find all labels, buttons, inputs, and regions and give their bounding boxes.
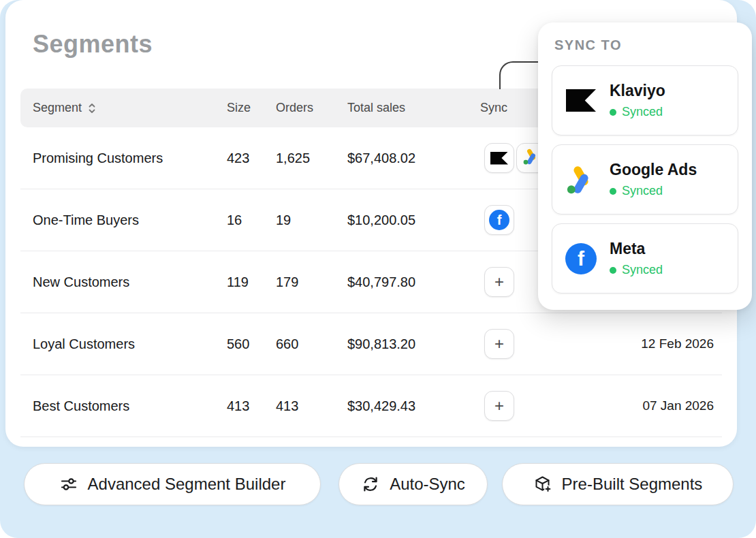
advanced-segment-builder-label: Advanced Segment Builder [88,475,286,494]
segment-name: New Customers [20,274,227,290]
segment-size: 423 [227,151,276,166]
segment-total-sales: $67,408.02 [347,151,480,166]
pre-built-segments-label: Pre-Built Segments [562,475,703,494]
segment-size: 560 [227,336,276,352]
segment-orders: 179 [276,274,347,290]
segment-total-sales: $40,797.80 [347,274,480,290]
column-header-total-sales: Total sales [347,101,480,115]
status-label: Synced [622,105,663,119]
segment-total-sales: $10,200.05 [347,212,480,228]
status-label: Synced [622,263,663,277]
popover-title: SYNC TO [554,37,738,53]
column-header-orders: Orders [276,101,347,115]
segment-size: 16 [227,212,276,228]
klaviyo-icon [490,152,508,165]
segment-total-sales: $30,429.43 [347,398,480,414]
column-header-segment[interactable]: Segment [20,101,227,115]
meta-icon: f [565,243,597,274]
auto-sync-button[interactable]: Auto-Sync [338,463,488,505]
segment-last-sync: 07 Jan 2026 [569,398,722,413]
status-dot-icon [610,267,616,274]
meta-icon: f [489,210,509,230]
table-row: Loyal Customers 560 660 $90,813.20 + 12 … [20,313,722,375]
segment-last-sync: 12 Feb 2026 [569,336,722,351]
sync-status: Synced [610,184,697,198]
column-header-size: Size [227,101,276,115]
meta-sync-button[interactable]: f [484,205,514,235]
add-sync-button[interactable]: + [484,267,514,297]
auto-sync-label: Auto-Sync [390,475,465,494]
google-ads-icon [565,164,597,195]
package-plus-icon [533,475,552,494]
sliders-icon [59,475,78,494]
status-dot-icon [610,188,616,195]
pre-built-segments-button[interactable]: Pre-Built Segments [502,463,734,505]
segment-size: 119 [227,274,276,290]
segment-name: One-Time Buyers [20,212,227,228]
segment-orders: 1,625 [276,151,347,166]
refresh-icon [361,475,380,494]
segment-size: 413 [227,398,276,414]
sort-icon[interactable] [87,102,97,114]
add-sync-button[interactable]: + [484,391,514,421]
segment-orders: 660 [276,336,347,352]
klaviyo-icon [565,89,597,112]
sync-status: Synced [610,105,665,119]
segment-name: Loyal Customers [20,336,227,352]
status-dot-icon [610,109,616,116]
sync-option-name: Meta [610,240,663,258]
sync-to-popover: SYNC TO Klaviyo Synced [538,22,752,310]
sync-cell: + [480,329,569,359]
segment-total-sales: $90,813.20 [347,336,480,352]
sync-status: Synced [610,263,663,277]
sync-option-klaviyo[interactable]: Klaviyo Synced [552,65,738,136]
segment-orders: 19 [276,212,347,228]
column-header-segment-label: Segment [33,101,82,115]
segment-orders: 413 [276,398,347,414]
status-label: Synced [622,184,663,198]
segment-name: Best Customers [20,398,227,414]
page-title: Segments [33,30,153,59]
advanced-segment-builder-button[interactable]: Advanced Segment Builder [24,463,321,505]
segment-name: Promising Customers [20,151,227,166]
klaviyo-sync-button[interactable] [484,143,514,173]
sync-cell: + [480,391,569,421]
sync-option-name: Google Ads [610,161,697,179]
sync-option-google-ads[interactable]: Google Ads Synced [552,144,738,215]
app-background: Segments Segment Size Orders Total sales… [0,0,756,538]
table-row: Best Customers 413 413 $30,429.43 + 07 J… [20,375,722,437]
sync-option-meta[interactable]: f Meta Synced [552,223,738,294]
add-sync-button[interactable]: + [484,329,514,359]
sync-option-name: Klaviyo [610,82,665,100]
